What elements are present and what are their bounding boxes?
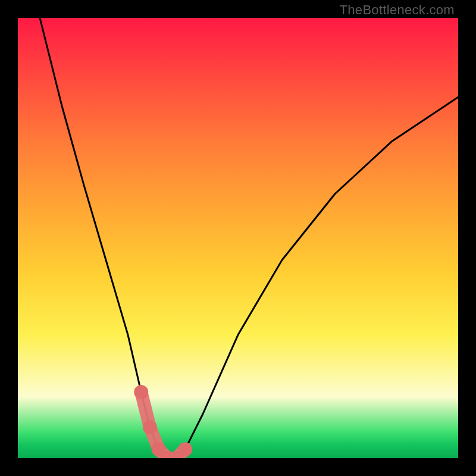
curve-layer	[18, 18, 458, 458]
watermark-text: TheBottleneck.com	[340, 2, 455, 18]
optimal-zone-marker	[143, 420, 157, 434]
optimal-zone-marker	[178, 442, 192, 456]
optimal-zone-marker	[134, 385, 148, 399]
plot-area	[18, 18, 458, 458]
bottleneck-curve	[40, 18, 458, 458]
